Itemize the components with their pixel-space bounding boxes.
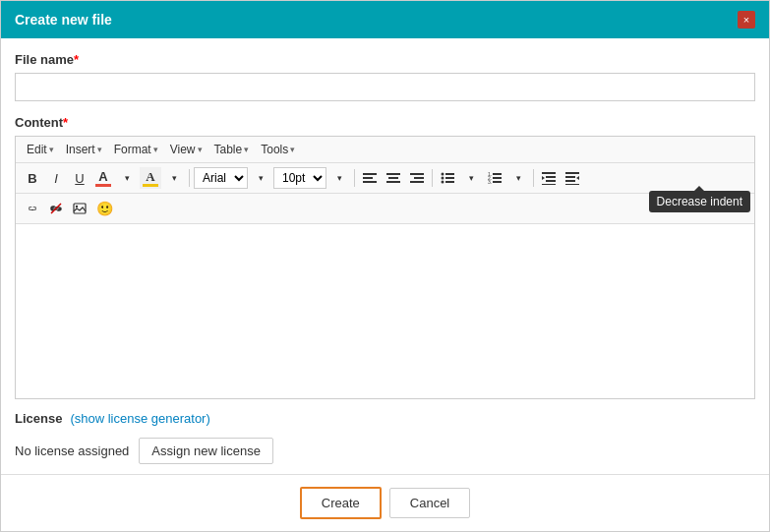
align-center-icon — [386, 171, 400, 185]
image-button[interactable] — [69, 198, 90, 219]
editor-toolbar-row2: 🙂 — [16, 194, 754, 224]
svg-rect-14 — [445, 181, 454, 183]
separator2 — [354, 169, 355, 187]
svg-rect-22 — [546, 176, 556, 178]
ordered-list-button[interactable]: 1.2.3. — [484, 167, 505, 189]
link-icon — [26, 202, 39, 215]
license-title: License — [15, 411, 62, 426]
menu-view[interactable]: View ▾ — [165, 141, 207, 158]
unordered-list-icon — [441, 171, 454, 185]
highlight-indicator — [143, 184, 158, 187]
edit-arrow: ▾ — [49, 145, 54, 154]
increase-indent-icon — [542, 171, 556, 185]
editor-menubar: Edit ▾ Insert ▾ Format ▾ View ▾ Table ▾ … — [16, 137, 754, 163]
highlight-button[interactable]: A — [140, 167, 161, 189]
svg-rect-21 — [542, 172, 556, 174]
svg-rect-24 — [542, 184, 556, 185]
svg-point-33 — [76, 206, 78, 207]
font-color-dropdown[interactable]: ▾ — [116, 167, 138, 189]
menu-tools[interactable]: Tools ▾ — [256, 141, 300, 158]
separator4 — [533, 169, 534, 187]
unlink-icon — [49, 202, 63, 215]
view-arrow: ▾ — [198, 145, 203, 154]
svg-point-9 — [442, 173, 444, 176]
emoji-button[interactable]: 🙂 — [92, 198, 117, 219]
insert-arrow: ▾ — [97, 145, 102, 154]
dialog-footer: Create Cancel — [1, 474, 769, 531]
image-icon — [73, 202, 87, 215]
table-arrow: ▾ — [244, 145, 249, 154]
decrease-indent-button[interactable] — [562, 167, 583, 189]
align-center-button[interactable] — [383, 167, 404, 189]
svg-rect-4 — [388, 177, 398, 179]
svg-rect-3 — [386, 173, 400, 175]
svg-rect-20 — [493, 181, 502, 183]
editor-toolbar-row1: B I U A ▾ A ▾ A — [16, 163, 754, 194]
editor-content[interactable] — [16, 224, 754, 398]
font-family-dropdown[interactable]: ▾ — [250, 167, 271, 189]
menu-table[interactable]: Table ▾ — [209, 141, 255, 158]
format-arrow: ▾ — [153, 145, 158, 154]
svg-rect-0 — [363, 173, 377, 175]
font-size-select[interactable]: 10pt — [273, 167, 326, 189]
svg-rect-8 — [410, 181, 424, 183]
svg-text:3.: 3. — [488, 179, 492, 185]
close-button[interactable]: × — [738, 11, 755, 29]
editor-wrapper: Edit ▾ Insert ▾ Format ▾ View ▾ Table ▾ … — [15, 136, 755, 399]
svg-rect-18 — [493, 177, 502, 179]
svg-point-13 — [442, 181, 444, 184]
file-name-label: File name* — [15, 52, 755, 67]
assign-license-button[interactable]: Assign new license — [139, 438, 273, 464]
increase-indent-button[interactable] — [538, 167, 560, 189]
svg-rect-29 — [565, 184, 579, 185]
file-name-input[interactable] — [15, 73, 755, 101]
svg-point-11 — [442, 177, 444, 180]
highlight-dropdown[interactable]: ▾ — [163, 167, 185, 189]
align-right-button[interactable] — [406, 167, 428, 189]
content-label: Content* — [15, 115, 755, 130]
dialog-header: Create new file × — [1, 1, 769, 38]
align-left-button[interactable] — [359, 167, 381, 189]
menu-format[interactable]: Format ▾ — [109, 141, 163, 158]
ordered-list-dropdown[interactable]: ▾ — [507, 167, 529, 189]
svg-marker-25 — [542, 176, 545, 180]
svg-rect-2 — [363, 181, 377, 183]
unordered-list-dropdown[interactable]: ▾ — [460, 167, 482, 189]
tools-arrow: ▾ — [290, 145, 295, 154]
italic-button[interactable]: I — [45, 167, 67, 189]
svg-rect-7 — [414, 177, 424, 179]
license-generator-link[interactable]: (show license generator) — [70, 411, 209, 426]
svg-rect-10 — [445, 173, 454, 175]
create-new-file-dialog: Create new file × File name* Content* Ed… — [0, 0, 770, 532]
font-color-label: A — [98, 170, 107, 183]
svg-marker-30 — [576, 176, 579, 180]
highlight-label: A — [146, 170, 154, 183]
unlink-button[interactable] — [45, 198, 67, 219]
svg-rect-12 — [445, 177, 454, 179]
font-color-indicator — [95, 184, 111, 187]
decrease-indent-icon — [565, 171, 579, 185]
unordered-list-button[interactable] — [437, 167, 458, 189]
dialog-title: Create new file — [15, 12, 112, 28]
svg-rect-16 — [493, 173, 502, 175]
separator3 — [432, 169, 433, 187]
svg-rect-5 — [386, 181, 400, 183]
svg-rect-1 — [363, 177, 373, 179]
menu-insert[interactable]: Insert ▾ — [61, 141, 107, 158]
svg-rect-26 — [565, 172, 579, 174]
svg-rect-23 — [546, 180, 556, 182]
font-family-select[interactable]: Arial — [194, 167, 248, 189]
create-button[interactable]: Create — [300, 487, 382, 519]
bold-button[interactable]: B — [22, 167, 43, 189]
license-row: No license assigned Assign new license — [1, 438, 769, 474]
underline-button[interactable]: U — [69, 167, 90, 189]
menu-edit[interactable]: Edit ▾ — [22, 141, 59, 158]
cancel-button[interactable]: Cancel — [389, 488, 470, 518]
font-size-dropdown[interactable]: ▾ — [328, 167, 350, 189]
link-button[interactable] — [22, 198, 43, 219]
license-section: License (show license generator) — [1, 399, 769, 438]
svg-rect-27 — [565, 176, 575, 178]
font-color-button[interactable]: A — [92, 167, 114, 189]
separator1 — [189, 169, 190, 187]
svg-rect-6 — [410, 173, 424, 175]
